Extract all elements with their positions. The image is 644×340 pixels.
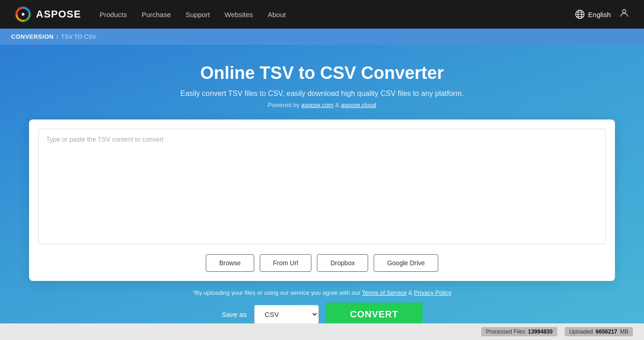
- svg-point-7: [622, 10, 626, 13]
- nav-links: Products Purchase Support Websites About: [100, 11, 286, 18]
- format-select[interactable]: CSV XLS XLSX ODS TSV JSON XML: [254, 305, 319, 324]
- processed-files-stat: Processed Files 13994830: [481, 327, 557, 336]
- nav-item-products[interactable]: Products: [100, 11, 127, 18]
- convert-button[interactable]: CONVERT: [326, 303, 423, 326]
- uploaded-label: Uploaded: [569, 328, 593, 335]
- page-title: Online TSV to CSV Converter: [200, 63, 444, 83]
- breadcrumb-current: TSV TO CSV: [61, 33, 96, 40]
- processed-files-label: Processed Files: [486, 328, 525, 335]
- breadcrumb-separator: /: [56, 33, 58, 40]
- powered-by: Powered by aspose.com & aspose.cloud: [268, 101, 376, 108]
- nav-item-websites[interactable]: Websites: [225, 11, 253, 18]
- navbar-right: English: [575, 8, 629, 21]
- aspose-cloud-link[interactable]: aspose.cloud: [341, 101, 376, 108]
- file-buttons: Browse From Url Dropbox Google Drive: [38, 254, 606, 272]
- dropbox-button[interactable]: Dropbox: [317, 254, 368, 272]
- breadcrumb: CONVERSION / TSV TO CSV: [0, 29, 644, 45]
- processed-files-value: 13994830: [528, 328, 553, 335]
- tsv-input[interactable]: [38, 129, 606, 244]
- privacy-policy-link[interactable]: Privacy Policy: [414, 289, 451, 296]
- uploaded-stat: Uploaded 6656217 MB: [565, 327, 633, 336]
- aspose-logo-icon: [15, 6, 31, 23]
- powered-by-prefix: Powered by: [268, 101, 301, 108]
- globe-icon: [575, 9, 585, 19]
- breadcrumb-conversion-link[interactable]: CONVERSION: [11, 33, 54, 40]
- save-as-label: Save as: [222, 310, 247, 318]
- navbar: ASPOSE Products Purchase Support Website…: [0, 0, 644, 29]
- language-label: English: [588, 11, 611, 18]
- converter-card: Browse From Url Dropbox Google Drive: [29, 119, 615, 281]
- from-url-button[interactable]: From Url: [260, 254, 311, 272]
- navbar-left: ASPOSE Products Purchase Support Website…: [15, 6, 286, 23]
- page-subtitle: Easily convert TSV files to CSV, easily …: [180, 89, 464, 98]
- google-drive-button[interactable]: Google Drive: [374, 254, 438, 272]
- user-svg-icon: [619, 8, 629, 18]
- nav-item-about[interactable]: About: [268, 11, 286, 18]
- terms-of-service-link[interactable]: Terms of Service: [362, 289, 407, 296]
- nav-item-support[interactable]: Support: [185, 11, 210, 18]
- footer-bar: Processed Files 13994830 Uploaded 665621…: [0, 323, 644, 340]
- powered-by-amp: &: [334, 101, 341, 108]
- uploaded-unit: MB: [620, 328, 628, 335]
- terms-text: *By uploading your files or using our se…: [193, 289, 452, 296]
- aspose-com-link[interactable]: aspose.com: [301, 101, 334, 108]
- terms-amp: &: [406, 289, 414, 296]
- logo-link[interactable]: ASPOSE: [15, 6, 81, 23]
- terms-prefix: *By uploading your files or using our se…: [193, 289, 362, 296]
- user-icon[interactable]: [619, 8, 629, 21]
- language-selector[interactable]: English: [575, 9, 611, 19]
- logo-text: ASPOSE: [36, 8, 81, 20]
- save-convert-row: Save as CSV XLS XLSX ODS TSV JSON XML CO…: [222, 303, 423, 326]
- svg-point-1: [22, 13, 24, 16]
- browse-button[interactable]: Browse: [206, 254, 254, 272]
- main-content: Online TSV to CSV Converter Easily conve…: [0, 45, 644, 340]
- uploaded-value: 6656217: [596, 328, 617, 335]
- nav-item-purchase[interactable]: Purchase: [142, 11, 171, 18]
